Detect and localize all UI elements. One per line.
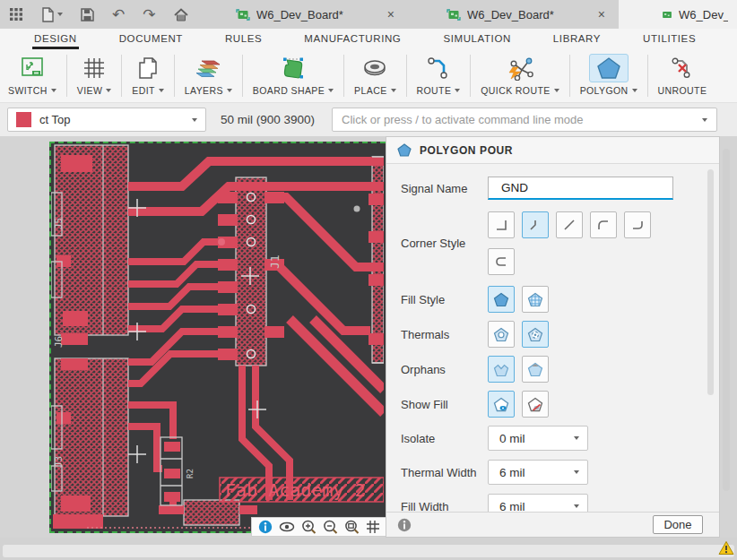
toolbar-quick-route[interactable]: QUICK ROUTE (473, 49, 567, 102)
save-button[interactable] (81, 8, 94, 22)
menu-library[interactable]: LIBRARY (553, 33, 601, 46)
orphans-keep-button[interactable] (522, 356, 549, 383)
pcb-canvas[interactable]: J5 J6 J3 J1 R2 Fab Academy 2 (49, 142, 386, 533)
layer-command-bar: ct Top 50 mil (900 3900) Click or press … (0, 103, 737, 136)
divider (121, 55, 122, 97)
thermal-width-dropdown[interactable]: 6 mil (488, 460, 588, 485)
divider (242, 55, 243, 97)
panel-title: POLYGON POUR (420, 144, 513, 157)
canvas-view-toolbar (251, 517, 387, 537)
layer-name: ct Top (39, 113, 184, 126)
signal-name-label: Signal Name (401, 182, 488, 195)
isolate-value: 0 mil (499, 432, 525, 445)
thermals-off-button[interactable] (488, 321, 515, 348)
home-button[interactable] (174, 8, 188, 22)
fill-hatched-button[interactable] (522, 286, 549, 313)
fill-solid-button-selected[interactable] (488, 286, 515, 313)
ribbon-toolbar: SWITCH VIEW EDIT LAYERS (0, 49, 737, 103)
caret-icon (106, 89, 111, 92)
show-fill-off-button[interactable] (522, 391, 549, 418)
thermals-on-button-selected[interactable] (522, 321, 549, 348)
toolbar-label: ROUTE (417, 85, 452, 96)
toolbar-label: PLACE (354, 85, 386, 96)
caret-icon (554, 89, 559, 92)
orphans-remove-button-selected[interactable] (488, 356, 515, 383)
app-grid-icon[interactable] (9, 7, 23, 22)
panel-header[interactable]: POLYGON POUR (386, 137, 719, 164)
tab-close-icon[interactable]: × (387, 7, 395, 22)
menu-document[interactable]: DOCUMENT (119, 33, 183, 46)
silkscreen-box: Fab Academy 2 (220, 478, 384, 502)
toolbar-label: SWITCH (8, 85, 48, 96)
caret-icon (192, 118, 197, 122)
redo-button[interactable]: ↷ (143, 7, 155, 22)
toolbar-board-shape[interactable]: BOARD SHAPE (245, 49, 342, 102)
ref-j1: J1 (268, 254, 282, 269)
switch-schematic-icon (19, 56, 46, 81)
board-shape-icon (278, 56, 308, 81)
file-icon (41, 7, 55, 22)
fill-style-label: Fill Style (401, 293, 488, 306)
home-icon (174, 8, 188, 22)
menu-manufacturing[interactable]: MANUFACTURING (304, 33, 401, 46)
caret-icon (455, 89, 460, 92)
thermal-width-value: 6 mil (499, 466, 525, 479)
pcb-doc-icon (662, 9, 672, 21)
menu-rules[interactable]: RULES (225, 33, 262, 46)
tab-close-icon[interactable]: × (598, 7, 605, 22)
layer-select[interactable]: ct Top (7, 108, 206, 132)
info-icon[interactable] (258, 520, 273, 534)
toolbar-unroute[interactable]: UNROUTE (650, 49, 715, 102)
isolate-label: Isolate (401, 432, 488, 445)
grid-dots-icon (9, 7, 23, 22)
corner-s-curve-button[interactable] (488, 248, 515, 275)
status-bar (0, 538, 737, 560)
toolbar-view[interactable]: VIEW (69, 49, 119, 102)
ref-j3: J3 (53, 456, 65, 468)
tab-title: W6_Dev_Board* (467, 8, 554, 22)
silkscreen-text: Fab Academy 2 (225, 479, 366, 501)
isolate-dropdown[interactable]: 0 mil (488, 426, 588, 451)
corner-straight-button[interactable] (556, 211, 583, 238)
window-scrollbar-thumb[interactable] (723, 149, 730, 491)
corner-round-convex-button[interactable] (624, 211, 651, 238)
file-menu-button[interactable] (41, 7, 63, 22)
corner-45-button-selected[interactable] (522, 211, 549, 238)
panel-scrollbar-thumb[interactable] (707, 169, 714, 395)
toolbar-route[interactable]: ROUTE (409, 49, 469, 102)
divider (470, 55, 471, 97)
unroute-icon (670, 56, 695, 81)
corner-90-button[interactable] (488, 211, 515, 238)
toolbar-layers[interactable]: LAYERS (177, 49, 240, 102)
toolbar-place[interactable]: PLACE (346, 49, 403, 102)
toolbar-polygon-active[interactable]: POLYGON (572, 49, 646, 102)
caret-icon (632, 89, 637, 92)
menu-simulation[interactable]: SIMULATION (443, 33, 510, 46)
toolbar-switch[interactable]: SWITCH (0, 49, 65, 102)
command-line-input[interactable]: Click or press / to activate command lin… (332, 108, 717, 132)
panel-info-icon[interactable] (397, 518, 412, 532)
show-fill-on-button-selected[interactable] (488, 391, 515, 418)
done-button[interactable]: Done (653, 515, 703, 534)
toolbar-edit[interactable]: EDIT (124, 49, 172, 102)
layers-stack-icon (193, 56, 223, 81)
document-tab-1[interactable]: W6_Dev_Board* × (227, 0, 403, 29)
menu-utilities[interactable]: UTILITIES (643, 33, 696, 46)
document-tab-3-active[interactable]: W6_Dev_Bo (619, 0, 737, 29)
zoom-out-icon[interactable] (323, 520, 338, 535)
zoom-window-icon[interactable] (344, 520, 360, 535)
document-tab-2[interactable]: W6_Dev_Board* × (438, 0, 614, 29)
place-pad-icon (360, 56, 389, 81)
zoom-in-icon[interactable] (301, 520, 316, 535)
divider (66, 55, 67, 97)
corner-round-concave-button[interactable] (590, 211, 617, 238)
ref-j5: J5 (53, 218, 65, 229)
thermals-label: Thermals (401, 328, 488, 341)
warning-icon[interactable] (718, 540, 734, 556)
signal-name-input[interactable] (488, 177, 673, 200)
visibility-eye-icon[interactable] (279, 521, 295, 533)
menu-design[interactable]: DESIGN (34, 33, 77, 46)
grid-settings-icon[interactable] (366, 520, 380, 534)
orphans-label: Orphans (401, 363, 488, 376)
undo-button[interactable]: ↶ (112, 7, 125, 22)
